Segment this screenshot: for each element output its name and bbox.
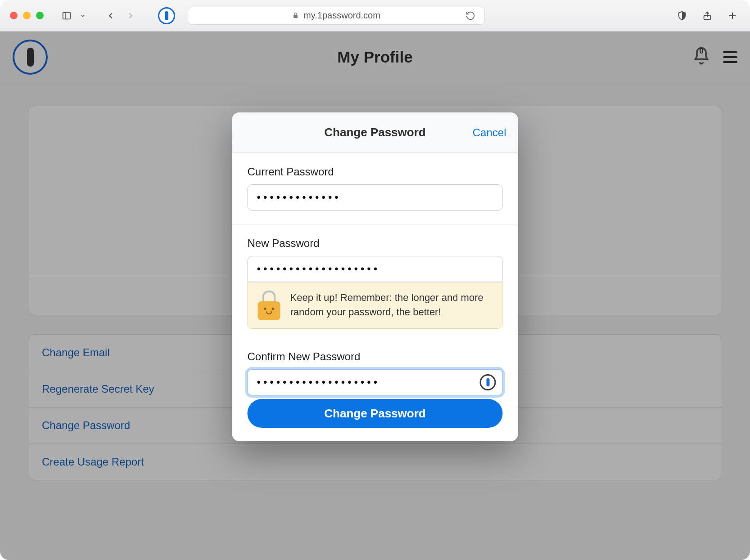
current-password-value: •••••••••••••: [257, 191, 341, 204]
browser-toolbar: my.1password.com: [0, 0, 750, 31]
address-bar[interactable]: my.1password.com: [188, 7, 485, 25]
sidebar-toggle-button[interactable]: [59, 8, 74, 23]
password-hint-text: Keep it up! Remember: the longer and mor…: [290, 291, 493, 320]
fullscreen-window-button[interactable]: [36, 12, 44, 19]
onepassword-fill-icon[interactable]: [480, 374, 496, 390]
share-button[interactable]: [700, 8, 715, 23]
password-strength-hint: Keep it up! Remember: the longer and mor…: [248, 282, 503, 329]
dialog-header: Change Password Cancel: [232, 112, 518, 153]
window-controls: [10, 12, 44, 19]
new-tab-button[interactable]: [725, 8, 740, 23]
padlock-happy-icon: [257, 291, 281, 320]
new-password-label: New Password: [248, 237, 503, 250]
dialog-title: Change Password: [324, 125, 425, 139]
confirm-password-label: Confirm New Password: [248, 350, 503, 363]
forward-button[interactable]: [123, 8, 138, 23]
current-password-input[interactable]: •••••••••••••: [248, 184, 503, 211]
new-password-input[interactable]: •••••••••••••••••••: [248, 256, 503, 282]
close-window-button[interactable]: [10, 12, 18, 19]
address-bar-url: my.1password.com: [303, 10, 380, 21]
confirm-password-value: •••••••••••••••••••: [257, 376, 380, 389]
current-password-label: Current Password: [248, 166, 503, 178]
cancel-button[interactable]: Cancel: [473, 126, 506, 139]
change-password-dialog: Change Password Cancel Current Password …: [232, 112, 518, 441]
submit-button-label: Change Password: [324, 407, 425, 421]
submit-change-password-button[interactable]: Change Password: [248, 399, 503, 428]
onepassword-extension-icon[interactable]: [158, 7, 175, 24]
new-password-value: •••••••••••••••••••: [257, 263, 380, 275]
confirm-password-input[interactable]: •••••••••••••••••••: [248, 369, 503, 395]
svg-rect-0: [63, 12, 71, 19]
reload-button[interactable]: [463, 8, 478, 23]
minimize-window-button[interactable]: [23, 12, 31, 19]
back-button[interactable]: [103, 8, 118, 23]
lock-icon: [292, 12, 299, 19]
privacy-shield-icon[interactable]: [674, 8, 690, 23]
sidebar-menu-chevron-icon[interactable]: [75, 8, 90, 23]
